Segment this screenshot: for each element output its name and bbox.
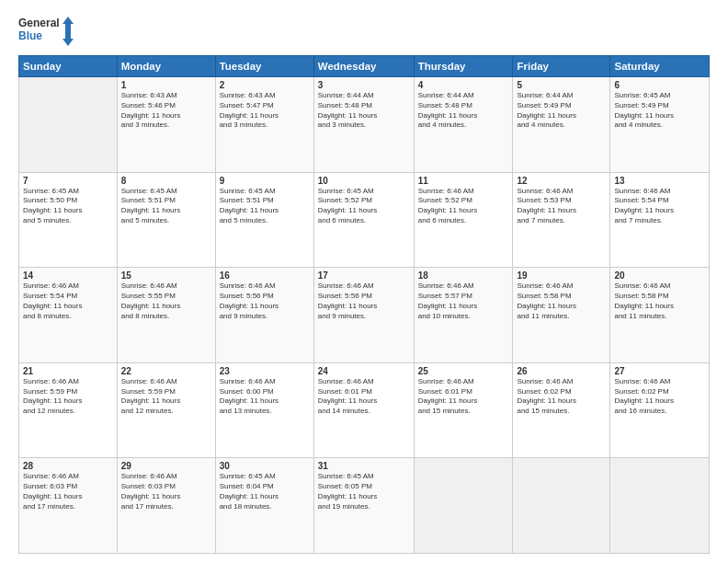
day-number: 14 (23, 270, 113, 281)
calendar-cell (414, 458, 513, 554)
calendar-cell: 29Sunrise: 6:46 AMSunset: 6:03 PMDayligh… (117, 458, 215, 554)
day-number: 30 (220, 461, 310, 471)
cell-details: Sunrise: 6:46 AMSunset: 6:02 PMDaylight:… (614, 377, 705, 417)
svg-marker-2 (63, 17, 74, 46)
day-number: 9 (220, 176, 310, 186)
day-number: 12 (517, 176, 606, 186)
day-number: 25 (418, 366, 509, 376)
day-number: 28 (23, 461, 113, 471)
calendar-cell (610, 458, 710, 554)
day-header-friday: Friday (513, 56, 610, 77)
cell-details: Sunrise: 6:46 AMSunset: 5:54 PMDaylight:… (614, 187, 705, 226)
cell-details: Sunrise: 6:44 AMSunset: 5:49 PMDaylight:… (517, 91, 606, 131)
day-number: 21 (23, 366, 113, 376)
calendar-cell: 5Sunrise: 6:44 AMSunset: 5:49 PMDaylight… (513, 77, 610, 173)
week-row-1: 1Sunrise: 6:43 AMSunset: 5:46 PMDaylight… (19, 77, 710, 173)
week-row-2: 7Sunrise: 6:45 AMSunset: 5:50 PMDaylight… (19, 172, 710, 268)
calendar-cell: 23Sunrise: 6:46 AMSunset: 6:00 PMDayligh… (215, 362, 313, 458)
cell-details: Sunrise: 6:46 AMSunset: 5:55 PMDaylight:… (121, 282, 211, 321)
day-number: 7 (23, 176, 113, 186)
calendar-cell: 22Sunrise: 6:46 AMSunset: 5:59 PMDayligh… (117, 362, 215, 458)
calendar-cell: 26Sunrise: 6:46 AMSunset: 6:02 PMDayligh… (513, 362, 610, 458)
day-number: 5 (517, 80, 606, 90)
day-number: 2 (220, 80, 310, 90)
day-number: 20 (614, 270, 705, 281)
cell-details: Sunrise: 6:45 AMSunset: 6:05 PMDaylight:… (318, 472, 410, 511)
day-number: 11 (418, 176, 509, 186)
day-header-sunday: Sunday (19, 56, 118, 77)
cell-details: Sunrise: 6:46 AMSunset: 5:59 PMDaylight:… (121, 377, 211, 417)
cell-details: Sunrise: 6:46 AMSunset: 5:52 PMDaylight:… (418, 187, 509, 226)
calendar-cell: 3Sunrise: 6:44 AMSunset: 5:48 PMDaylight… (313, 77, 414, 173)
day-number: 31 (318, 461, 410, 471)
calendar-cell: 13Sunrise: 6:46 AMSunset: 5:54 PMDayligh… (610, 172, 710, 268)
cell-details: Sunrise: 6:43 AMSunset: 5:47 PMDaylight:… (220, 91, 310, 131)
day-header-thursday: Thursday (414, 56, 513, 77)
calendar-cell: 2Sunrise: 6:43 AMSunset: 5:47 PMDaylight… (215, 77, 313, 173)
calendar-cell: 1Sunrise: 6:43 AMSunset: 5:46 PMDaylight… (117, 77, 215, 173)
cell-details: Sunrise: 6:45 AMSunset: 5:50 PMDaylight:… (23, 187, 113, 226)
logo: General Blue (18, 15, 74, 48)
cell-details: Sunrise: 6:46 AMSunset: 6:01 PMDaylight:… (318, 377, 410, 417)
calendar-cell: 16Sunrise: 6:46 AMSunset: 5:56 PMDayligh… (215, 268, 313, 363)
day-number: 24 (318, 366, 410, 376)
cell-details: Sunrise: 6:46 AMSunset: 6:01 PMDaylight:… (418, 377, 509, 417)
calendar-cell: 9Sunrise: 6:45 AMSunset: 5:51 PMDaylight… (215, 172, 313, 268)
day-number: 4 (418, 80, 509, 90)
calendar-cell: 25Sunrise: 6:46 AMSunset: 6:01 PMDayligh… (414, 362, 513, 458)
cell-details: Sunrise: 6:46 AMSunset: 5:54 PMDaylight:… (23, 282, 113, 321)
cell-details: Sunrise: 6:46 AMSunset: 5:56 PMDaylight:… (318, 282, 410, 321)
calendar-cell: 6Sunrise: 6:45 AMSunset: 5:49 PMDaylight… (610, 77, 710, 173)
day-number: 10 (318, 176, 410, 186)
cell-details: Sunrise: 6:46 AMSunset: 6:03 PMDaylight:… (23, 472, 113, 511)
svg-text:Blue: Blue (18, 29, 42, 42)
day-header-wednesday: Wednesday (313, 56, 414, 77)
calendar-cell: 12Sunrise: 6:46 AMSunset: 5:53 PMDayligh… (513, 172, 610, 268)
day-header-saturday: Saturday (610, 56, 710, 77)
logo-svg: General Blue (18, 15, 74, 48)
day-number: 6 (614, 80, 705, 90)
day-number: 22 (121, 366, 211, 376)
calendar-cell: 21Sunrise: 6:46 AMSunset: 5:59 PMDayligh… (19, 362, 118, 458)
calendar-cell: 28Sunrise: 6:46 AMSunset: 6:03 PMDayligh… (19, 458, 118, 554)
week-row-3: 14Sunrise: 6:46 AMSunset: 5:54 PMDayligh… (19, 268, 710, 363)
calendar-cell: 7Sunrise: 6:45 AMSunset: 5:50 PMDaylight… (19, 172, 118, 268)
cell-details: Sunrise: 6:46 AMSunset: 6:02 PMDaylight:… (517, 377, 606, 417)
calendar-cell: 17Sunrise: 6:46 AMSunset: 5:56 PMDayligh… (313, 268, 414, 363)
calendar-cell: 4Sunrise: 6:44 AMSunset: 5:48 PMDaylight… (414, 77, 513, 173)
day-header-tuesday: Tuesday (215, 56, 313, 77)
day-number: 26 (517, 366, 606, 376)
calendar-cell: 11Sunrise: 6:46 AMSunset: 5:52 PMDayligh… (414, 172, 513, 268)
cell-details: Sunrise: 6:46 AMSunset: 5:57 PMDaylight:… (418, 282, 509, 321)
calendar-cell: 20Sunrise: 6:46 AMSunset: 5:58 PMDayligh… (610, 268, 710, 363)
week-row-5: 28Sunrise: 6:46 AMSunset: 6:03 PMDayligh… (19, 458, 710, 554)
calendar-cell: 27Sunrise: 6:46 AMSunset: 6:02 PMDayligh… (610, 362, 710, 458)
cell-details: Sunrise: 6:46 AMSunset: 6:00 PMDaylight:… (220, 377, 310, 417)
calendar-cell: 31Sunrise: 6:45 AMSunset: 6:05 PMDayligh… (313, 458, 414, 554)
calendar-cell: 18Sunrise: 6:46 AMSunset: 5:57 PMDayligh… (414, 268, 513, 363)
cell-details: Sunrise: 6:46 AMSunset: 5:58 PMDaylight:… (517, 282, 606, 321)
calendar-table: SundayMondayTuesdayWednesdayThursdayFrid… (18, 55, 710, 554)
calendar-cell: 14Sunrise: 6:46 AMSunset: 5:54 PMDayligh… (19, 268, 118, 363)
calendar-cell: 10Sunrise: 6:45 AMSunset: 5:52 PMDayligh… (313, 172, 414, 268)
calendar-cell: 8Sunrise: 6:45 AMSunset: 5:51 PMDaylight… (117, 172, 215, 268)
calendar-cell (513, 458, 610, 554)
day-number: 18 (418, 270, 509, 281)
day-number: 15 (121, 270, 211, 281)
day-number: 17 (318, 270, 410, 281)
cell-details: Sunrise: 6:46 AMSunset: 6:03 PMDaylight:… (121, 472, 211, 511)
day-number: 1 (121, 80, 211, 90)
day-number: 13 (614, 176, 705, 186)
header: General Blue (18, 15, 710, 48)
cell-details: Sunrise: 6:44 AMSunset: 5:48 PMDaylight:… (418, 91, 509, 131)
cell-details: Sunrise: 6:45 AMSunset: 5:52 PMDaylight:… (318, 187, 410, 226)
day-header-monday: Monday (117, 56, 215, 77)
day-number: 8 (121, 176, 211, 186)
svg-text:General: General (18, 17, 60, 29)
cell-details: Sunrise: 6:46 AMSunset: 5:53 PMDaylight:… (517, 187, 606, 226)
cell-details: Sunrise: 6:45 AMSunset: 5:49 PMDaylight:… (614, 91, 705, 131)
cell-details: Sunrise: 6:45 AMSunset: 5:51 PMDaylight:… (121, 187, 211, 226)
calendar-cell: 30Sunrise: 6:45 AMSunset: 6:04 PMDayligh… (215, 458, 313, 554)
cell-details: Sunrise: 6:43 AMSunset: 5:46 PMDaylight:… (121, 91, 211, 131)
cell-details: Sunrise: 6:46 AMSunset: 5:56 PMDaylight:… (220, 282, 310, 321)
